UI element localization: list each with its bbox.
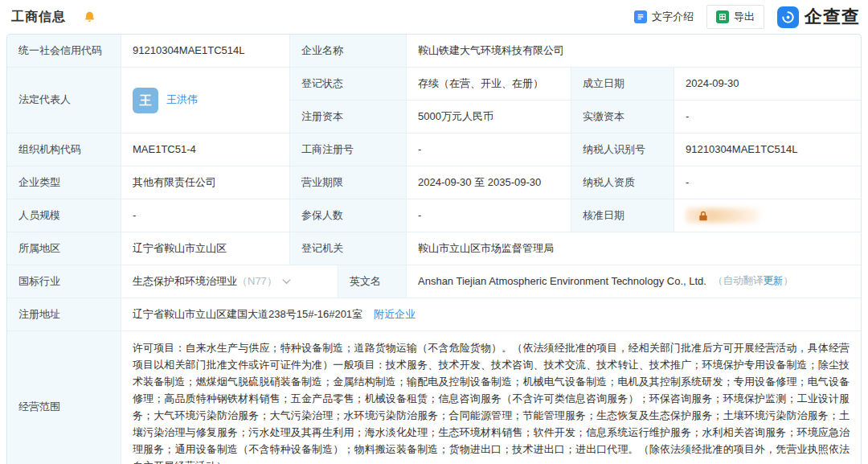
org-code-value: MAE1TC51-4 <box>121 133 290 166</box>
auto-translate-note: （自动翻译更新） <box>713 274 793 289</box>
company-type-value: 其他有限责任公司 <box>121 166 290 199</box>
biz-term-label: 营业期限 <box>290 166 407 199</box>
industry-code: （N77） <box>237 274 277 289</box>
reg-capital-label: 注册资本 <box>290 101 407 133</box>
org-code-label: 组织机构代码 <box>7 133 121 166</box>
reg-authority-label: 登记机关 <box>290 232 407 265</box>
insured-count-value: - <box>407 199 571 232</box>
lock-icon[interactable] <box>698 211 708 221</box>
section-header: 工商信息 文字介绍 导出 企查查 <box>0 0 868 34</box>
text-intro-icon <box>634 10 647 23</box>
english-name-value: Anshan Tiejian Atmospheric Environment T… <box>407 265 861 298</box>
text-intro-label: 文字介绍 <box>652 10 694 24</box>
staff-size-value: - <box>121 199 290 232</box>
table-row: 企业类型 其他有限责任公司 营业期限 2024-09-30 至 2035-09-… <box>7 166 861 199</box>
paid-capital-label: 实缴资本 <box>571 101 674 133</box>
page-title: 工商信息 <box>11 9 66 26</box>
reg-status-label: 登记状态 <box>290 68 407 100</box>
industry-label: 国标行业 <box>7 265 121 298</box>
qcc-logo-icon <box>777 6 799 28</box>
table-row: 所属地区 辽宁省鞍山市立山区 登记机关 鞍山市立山区市场监督管理局 <box>7 232 861 265</box>
text-intro-button[interactable]: 文字介绍 <box>634 10 694 24</box>
bell-icon[interactable] <box>84 10 96 23</box>
company-name-label: 企业名称 <box>290 35 407 67</box>
industry-value: 生态保护和环境治理业 （N77） <box>121 265 338 298</box>
legal-rep-value: 王 王洪伟 <box>121 68 290 133</box>
region-value: 辽宁省鞍山市立山区 <box>121 232 290 265</box>
address-text: 辽宁省鞍山市立山区建国大道238号15#-16#201室 <box>133 307 362 322</box>
avatar[interactable]: 王 <box>133 88 158 113</box>
business-info-table: 统一社会信用代码 91210304MAE1TC514L 企业名称 鞍山铁建大气环… <box>6 34 862 464</box>
approval-date-label: 核准日期 <box>571 199 674 232</box>
business-scope-value: 许可项目：自来水生产与供应；特种设备制造；道路货物运输（不含危险货物）。（依法须… <box>121 331 861 464</box>
legal-rep-name-link[interactable]: 王洪伟 <box>166 92 198 107</box>
legal-rep-label: 法定代表人 <box>7 68 121 133</box>
establish-date-label: 成立日期 <box>571 68 674 100</box>
staff-size-label: 人员规模 <box>7 199 121 232</box>
excel-icon <box>716 10 729 23</box>
table-row: 法定代表人 王 王洪伟 登记状态 存续（在营、开业、在册） 成立日期 2024-… <box>7 68 861 133</box>
company-type-label: 企业类型 <box>7 166 121 199</box>
paid-capital-value: - <box>674 101 861 133</box>
qcc-logo-text: 企查查 <box>805 5 860 29</box>
taxpayer-qualification-value: - <box>674 166 861 199</box>
industry-name: 生态保护和环境治理业 <box>133 274 237 289</box>
table-subrow: 登记状态 存续（在营、开业、在册） 成立日期 2024-09-30 <box>290 68 861 101</box>
reg-capital-value: 5000万元人民币 <box>407 101 571 133</box>
taxpayer-id-label: 纳税人识别号 <box>571 133 674 166</box>
biz-reg-no-value: - <box>407 133 571 166</box>
insured-count-label: 参保人数 <box>290 199 407 232</box>
reg-status-value: 存续（在营、开业、在册） <box>407 68 571 100</box>
taxpayer-qualification-label: 纳税人资质 <box>571 166 674 199</box>
export-button[interactable]: 导出 <box>706 5 764 29</box>
biz-reg-no-label: 工商注册号 <box>290 133 407 166</box>
header-actions: 文字介绍 导出 企查查 <box>634 5 860 29</box>
approval-date-value <box>674 199 861 232</box>
table-subrow: 注册资本 5000万元人民币 实缴资本 - <box>290 101 861 133</box>
region-label: 所属地区 <box>7 232 121 265</box>
table-row: 经营范围 许可项目：自来水生产与供应；特种设备制造；道路货物运输（不含危险货物）… <box>7 331 861 464</box>
establish-date-value: 2024-09-30 <box>674 68 861 100</box>
table-row: 国标行业 生态保护和环境治理业 （N77） 英文名 Anshan Tiejian… <box>7 265 861 298</box>
address-value: 辽宁省鞍山市立山区建国大道238号15#-16#201室 附近企业 <box>121 298 861 331</box>
qcc-logo[interactable]: 企查查 <box>777 5 860 29</box>
biz-term-value: 2024-09-30 至 2035-09-30 <box>407 166 571 199</box>
legal-rep-right-block: 登记状态 存续（在营、开业、在册） 成立日期 2024-09-30 注册资本 5… <box>290 68 861 133</box>
credit-code-label: 统一社会信用代码 <box>7 35 121 67</box>
english-name-text: Anshan Tiejian Atmospheric Environment T… <box>418 274 706 289</box>
table-row: 组织机构代码 MAE1TC51-4 工商注册号 - 纳税人识别号 9121030… <box>7 133 861 166</box>
export-label: 导出 <box>734 10 755 24</box>
address-label: 注册地址 <box>7 298 121 331</box>
english-name-label: 英文名 <box>338 265 407 298</box>
translate-update-link[interactable]: 更新 <box>763 275 783 286</box>
hidden-date-blur <box>686 207 760 224</box>
chevron-down-icon[interactable] <box>282 279 291 285</box>
table-row: 人员规模 - 参保人数 - 核准日期 <box>7 199 861 232</box>
table-row: 注册地址 辽宁省鞍山市立山区建国大道238号15#-16#201室 附近企业 <box>7 298 861 331</box>
credit-code-value: 91210304MAE1TC514L <box>121 35 290 67</box>
nearby-companies-link[interactable]: 附近企业 <box>374 307 416 322</box>
table-row: 统一社会信用代码 91210304MAE1TC514L 企业名称 鞍山铁建大气环… <box>7 35 861 68</box>
blurred-value <box>686 208 760 223</box>
company-name-value: 鞍山铁建大气环境科技有限公司 <box>407 35 861 67</box>
taxpayer-id-value: 91210304MAE1TC514L <box>674 133 861 166</box>
reg-authority-value: 鞍山市立山区市场监督管理局 <box>407 232 861 265</box>
business-scope-label: 经营范围 <box>7 331 121 464</box>
